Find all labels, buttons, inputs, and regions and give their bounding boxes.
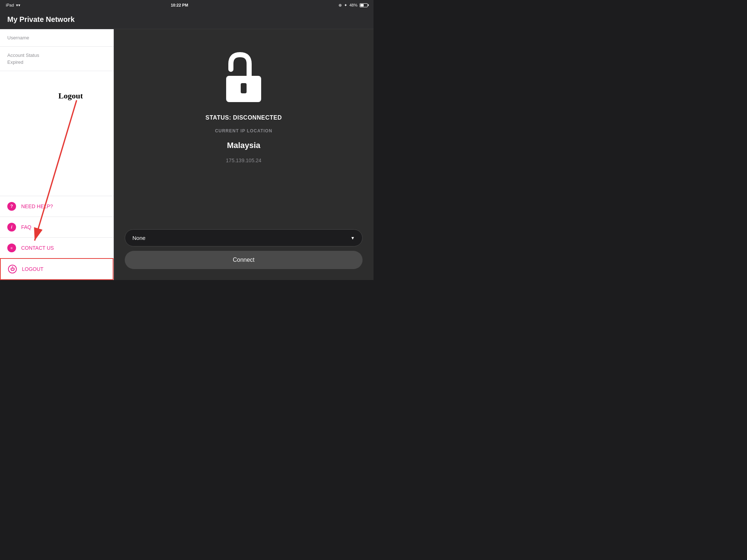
need-help-item[interactable]: ? NEED HELP? xyxy=(0,196,113,217)
status-bar: iPad ▾▾ 10:22 PM ⊕ ✦ 48% xyxy=(0,0,374,10)
battery-icon xyxy=(360,3,368,7)
need-help-label: NEED HELP? xyxy=(21,203,53,209)
ip-address: 175.139.105.24 xyxy=(226,158,261,163)
device-label: iPad xyxy=(6,3,14,7)
vpn-status-area: STATUS: DISCONNECTED CURRENT IP LOCATION… xyxy=(205,51,282,163)
ip-country: Malaysia xyxy=(227,141,260,150)
bluetooth-icon: ✦ xyxy=(344,3,347,8)
logout-item[interactable]: ⏻ LOGOUT xyxy=(0,258,113,280)
help-icon: ? xyxy=(7,202,16,211)
faq-label: FAQ xyxy=(21,224,31,230)
bottom-controls: None ▼ Connect xyxy=(125,229,363,269)
username-label: Username xyxy=(7,35,106,40)
status-text: STATUS: DISCONNECTED xyxy=(205,114,282,121)
account-status-label: Account Status xyxy=(7,52,106,58)
right-panel: STATUS: DISCONNECTED CURRENT IP LOCATION… xyxy=(114,29,374,280)
lock-icon-container xyxy=(222,51,266,104)
location-icon: ⊕ xyxy=(338,3,342,8)
contact-us-item[interactable]: ≡ CONTACT US xyxy=(0,237,113,258)
contact-us-label: CONTACT US xyxy=(21,245,54,251)
unlock-icon xyxy=(222,51,266,102)
svg-rect-1 xyxy=(241,83,247,93)
battery-percentage: 48% xyxy=(349,3,357,7)
account-status-section: Account Status Expired xyxy=(0,47,113,71)
main-layout: Username Account Status Expired ? NEED H… xyxy=(0,29,374,280)
app-header: My Private Network xyxy=(0,10,374,29)
left-panel: Username Account Status Expired ? NEED H… xyxy=(0,29,114,280)
faq-item[interactable]: i FAQ xyxy=(0,217,113,237)
time-display: 10:22 PM xyxy=(171,3,188,7)
faq-icon: i xyxy=(7,223,16,232)
status-right: ⊕ ✦ 48% xyxy=(338,3,368,8)
server-select-dropdown[interactable]: None ▼ xyxy=(125,229,363,246)
connect-button[interactable]: Connect xyxy=(125,251,363,269)
username-section: Username xyxy=(0,29,113,47)
logout-label: LOGOUT xyxy=(22,266,43,272)
status-left: iPad ▾▾ xyxy=(6,3,20,8)
server-select-value: None xyxy=(132,235,146,241)
wifi-icon: ▾▾ xyxy=(16,3,20,8)
chevron-down-icon: ▼ xyxy=(351,236,355,241)
logout-icon: ⏻ xyxy=(8,265,17,273)
account-status-value: Expired xyxy=(7,59,106,65)
ip-location-label: CURRENT IP LOCATION xyxy=(215,128,272,133)
app-title: My Private Network xyxy=(7,15,75,24)
connect-button-label: Connect xyxy=(233,257,255,263)
left-panel-spacer xyxy=(0,71,113,196)
contact-icon: ≡ xyxy=(7,244,16,252)
